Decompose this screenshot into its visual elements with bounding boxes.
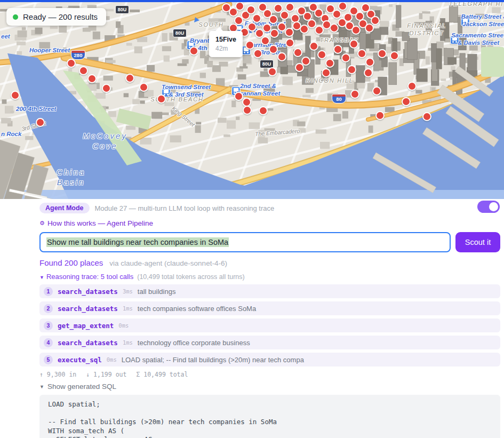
tool-call-row[interactable]: 2search_datasets1mstech companies softwa… bbox=[39, 301, 500, 315]
result-marker[interactable] bbox=[262, 23, 271, 33]
result-marker[interactable] bbox=[270, 29, 279, 38]
result-marker[interactable] bbox=[139, 83, 148, 92]
query-input[interactable]: Show me tall buildings near tech compani… bbox=[39, 232, 451, 252]
tool-call-list: 1search_datasets3mstall buildings2search… bbox=[39, 284, 500, 367]
result-marker[interactable] bbox=[285, 28, 294, 37]
result-marker[interactable] bbox=[333, 45, 342, 54]
tool-call-description: tech companies software offices SoMa bbox=[138, 305, 256, 313]
tokens-in: ↑ 9,300 in bbox=[39, 371, 76, 378]
result-marker[interactable] bbox=[317, 50, 326, 59]
result-marker[interactable] bbox=[322, 68, 331, 77]
result-marker[interactable] bbox=[338, 2, 347, 11]
result-marker[interactable] bbox=[357, 49, 366, 58]
result-marker[interactable] bbox=[252, 14, 261, 23]
result-marker[interactable] bbox=[67, 59, 76, 68]
agent-mode-description: Module 27 — multi-turn LLM tool loop wit… bbox=[95, 204, 275, 212]
result-marker[interactable] bbox=[292, 21, 301, 30]
tooltip-title: 15Five bbox=[215, 36, 236, 43]
result-marker[interactable] bbox=[365, 23, 374, 33]
trace-header: ▼Reasoning trace: 5 tool calls bbox=[39, 273, 133, 281]
map-markers-layer bbox=[0, 2, 504, 199]
result-marker[interactable] bbox=[322, 20, 331, 29]
result-marker[interactable] bbox=[246, 5, 255, 14]
result-marker[interactable] bbox=[350, 90, 359, 99]
result-marker[interactable] bbox=[277, 52, 286, 61]
result-marker[interactable] bbox=[11, 91, 20, 100]
agent-mode-row: Agent Mode Module 27 — multi-turn LLM to… bbox=[39, 199, 500, 214]
tool-call-number: 4 bbox=[44, 338, 53, 347]
result-marker[interactable] bbox=[332, 10, 341, 19]
result-marker[interactable] bbox=[268, 67, 277, 76]
result-marker[interactable] bbox=[378, 49, 387, 58]
reasoning-trace-toggle[interactable]: ▼Reasoning trace: 5 tool calls (10,499 t… bbox=[39, 273, 500, 281]
result-marker[interactable] bbox=[157, 94, 166, 103]
app-root: Folsom Street& 4th StreetHarrison Stre& … bbox=[0, 0, 504, 438]
result-marker[interactable] bbox=[243, 106, 252, 115]
result-marker[interactable] bbox=[407, 82, 417, 91]
result-marker[interactable] bbox=[295, 63, 304, 72]
trace-token-note: (10,499 total tokens across all turns) bbox=[137, 273, 245, 281]
result-marker[interactable] bbox=[325, 59, 334, 68]
result-marker[interactable] bbox=[371, 16, 380, 25]
via-agent-text: via claude-agent (claude-sonnet-4-6) bbox=[109, 259, 227, 267]
result-marker[interactable] bbox=[245, 41, 254, 50]
tool-call-name: search_datasets bbox=[58, 288, 118, 296]
tool-call-number: 2 bbox=[44, 304, 53, 313]
tool-call-name: search_datasets bbox=[58, 339, 118, 347]
result-marker[interactable] bbox=[315, 26, 324, 35]
result-marker[interactable] bbox=[402, 97, 411, 106]
result-marker[interactable] bbox=[349, 39, 358, 49]
result-marker[interactable] bbox=[189, 46, 198, 55]
result-marker[interactable] bbox=[390, 51, 399, 60]
result-marker[interactable] bbox=[351, 26, 361, 35]
result-marker[interactable] bbox=[247, 22, 257, 31]
result-marker[interactable] bbox=[372, 86, 381, 95]
result-marker[interactable] bbox=[277, 22, 286, 31]
tool-call-row[interactable]: 1search_datasets3mstall buildings bbox=[39, 284, 500, 298]
token-summary-row: ↑ 9,300 in ↓ 1,199 out Σ 10,499 total bbox=[39, 371, 500, 378]
pipeline-help-link[interactable]: ⚙ How this works — Agent Pipeline bbox=[39, 219, 500, 228]
result-marker[interactable] bbox=[422, 112, 431, 121]
result-marker[interactable] bbox=[364, 68, 373, 77]
result-marker[interactable] bbox=[261, 36, 270, 45]
result-marker[interactable] bbox=[36, 118, 45, 127]
result-marker[interactable] bbox=[269, 45, 278, 54]
show-sql-toggle[interactable]: ▼ Show generated SQL bbox=[39, 382, 500, 391]
result-marker[interactable] bbox=[347, 65, 356, 74]
result-marker[interactable] bbox=[125, 74, 134, 83]
show-sql-label: Show generated SQL bbox=[47, 383, 116, 391]
tool-call-row[interactable]: 4search_datasets1mstechnology office cor… bbox=[39, 336, 500, 349]
result-marker[interactable] bbox=[375, 111, 385, 120]
result-marker[interactable] bbox=[235, 2, 244, 11]
tool-call-name: execute_sql bbox=[58, 356, 102, 364]
result-marker[interactable] bbox=[285, 38, 294, 47]
result-marker[interactable] bbox=[307, 19, 316, 28]
status-pill: Ready — 200 results bbox=[6, 8, 106, 26]
tool-call-number: 1 bbox=[44, 287, 53, 296]
result-marker[interactable] bbox=[234, 92, 243, 101]
agent-mode-toggle[interactable] bbox=[477, 201, 500, 213]
result-marker[interactable] bbox=[293, 48, 302, 57]
result-marker[interactable] bbox=[285, 3, 294, 12]
result-marker[interactable] bbox=[87, 74, 97, 83]
result-marker[interactable] bbox=[253, 49, 262, 58]
result-marker[interactable] bbox=[309, 42, 318, 51]
tool-call-duration: 1ms bbox=[123, 339, 133, 346]
ready-dot-icon bbox=[13, 14, 18, 20]
tool-call-row[interactable]: 5execute_sql0msLOAD spatial; -- Find tal… bbox=[39, 353, 500, 367]
result-marker[interactable] bbox=[79, 66, 88, 75]
scout-it-button[interactable]: Scout it bbox=[455, 232, 500, 252]
tool-call-row[interactable]: 3get_map_extent0ms bbox=[39, 318, 500, 332]
chevron-down-icon: ▼ bbox=[39, 384, 44, 389]
map-canvas[interactable]: Folsom Street& 4th StreetHarrison Stre& … bbox=[0, 2, 504, 199]
result-marker[interactable] bbox=[280, 11, 289, 20]
result-marker[interactable] bbox=[341, 53, 350, 62]
query-row: Show me tall buildings near tech compani… bbox=[39, 232, 500, 252]
agent-mode-badge: Agent Mode bbox=[39, 203, 90, 213]
result-marker[interactable] bbox=[102, 84, 111, 93]
tokens-out: ↓ 1,199 out bbox=[86, 371, 126, 378]
result-marker[interactable] bbox=[365, 58, 374, 67]
result-marker[interactable] bbox=[269, 15, 278, 24]
generated-sql-block: LOAD spatial; -- Find tall buildings (>2… bbox=[39, 395, 500, 438]
result-marker[interactable] bbox=[259, 106, 268, 115]
